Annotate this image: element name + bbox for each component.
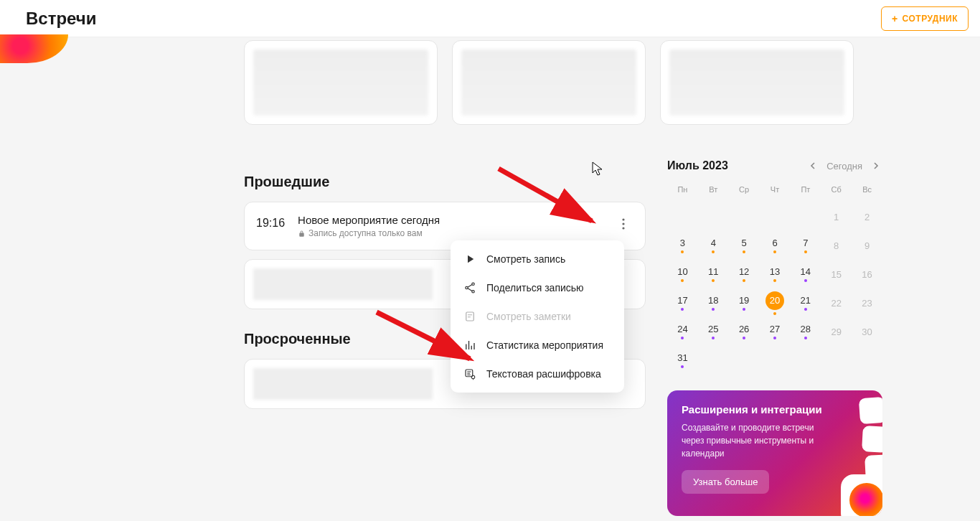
meeting-time: 19:16 [256, 214, 285, 230]
calendar-day[interactable]: 27 [760, 317, 791, 346]
svg-point-3 [472, 283, 474, 285]
calendar-day[interactable]: 31 [667, 346, 698, 375]
calendar-day[interactable]: 18 [698, 288, 729, 317]
calendar-next-button[interactable] [870, 159, 882, 172]
calendar-day[interactable]: 2 [852, 202, 882, 231]
calendar-dow: Чт [760, 181, 791, 202]
calendar-dow: Пт [790, 181, 821, 202]
calendar-day [698, 202, 729, 231]
calendar-day[interactable]: 19 [729, 288, 760, 317]
meeting-card-blurred[interactable] [244, 40, 438, 125]
calendar-day[interactable]: 11 [698, 260, 729, 288]
calendar-day [821, 346, 852, 375]
svg-point-4 [466, 286, 468, 288]
meeting-card-blurred[interactable] [452, 40, 646, 125]
calendar-day[interactable]: 15 [821, 260, 852, 288]
calendar-day[interactable]: 10 [667, 260, 698, 288]
meeting-card-blurred[interactable] [660, 40, 854, 125]
calendar-header: Июль 2023 Сегодня [667, 159, 882, 172]
promo-brand-bubble [841, 474, 882, 516]
calendar-day[interactable]: 5 [729, 231, 760, 260]
calendar-day[interactable]: 26 [729, 317, 760, 346]
calendar-day [698, 346, 729, 375]
calendar-dow: Ср [729, 181, 760, 202]
calendar-day[interactable]: 24 [667, 317, 698, 346]
topbar: Встречи + СОТРУДНИК [0, 0, 980, 37]
promo-title: Расширения и интеграции [682, 403, 868, 416]
calendar-day [790, 202, 821, 231]
calendar-today-button[interactable]: Сегодня [826, 161, 862, 172]
chevron-left-icon [809, 162, 816, 169]
calendar-day[interactable]: 20 [760, 288, 791, 317]
calendar-day [760, 202, 791, 231]
calendar-day [760, 346, 791, 375]
chevron-right-icon [872, 162, 880, 169]
calendar-day[interactable]: 23 [852, 288, 882, 317]
calendar-day[interactable]: 25 [698, 317, 729, 346]
calendar-day [729, 346, 760, 375]
promo-app-icons [864, 398, 882, 481]
calendar-day[interactable]: 3 [667, 231, 698, 260]
promo-card: Расширения и интеграции Создавайте и про… [667, 390, 882, 516]
promo-learn-more-button[interactable]: Узнать больше [682, 470, 769, 494]
annotation-arrow [373, 309, 481, 376]
svg-point-5 [472, 291, 474, 293]
calendar-day[interactable]: 1 [821, 202, 852, 231]
calendar-day [852, 346, 882, 375]
svg-point-2 [622, 227, 624, 229]
add-employee-button[interactable]: + СОТРУДНИК [881, 6, 969, 31]
calendar-dow: Вс [852, 181, 882, 202]
meeting-more-button[interactable] [613, 214, 633, 234]
calendar-day[interactable]: 9 [852, 231, 882, 260]
annotation-arrow [495, 165, 603, 233]
svg-point-0 [622, 218, 624, 220]
calendar-day[interactable]: 7 [790, 231, 821, 260]
calendar-day[interactable]: 28 [790, 317, 821, 346]
calendar-day[interactable]: 12 [729, 260, 760, 288]
calendar-day[interactable]: 17 [667, 288, 698, 317]
add-employee-label: СОТРУДНИК [903, 14, 958, 24]
play-icon [463, 253, 476, 266]
calendar-grid: ПнВтСрЧтПтСбВс12345678910111213141516171… [667, 181, 882, 375]
share-icon [463, 281, 476, 294]
calendar-day [790, 346, 821, 375]
menu-watch-recording[interactable]: Смотреть запись [451, 245, 624, 273]
calendar-day[interactable]: 22 [821, 288, 852, 317]
meeting-cards-row [244, 40, 854, 125]
calendar-day[interactable]: 30 [852, 317, 882, 346]
menu-share-recording[interactable]: Поделиться записью [451, 273, 624, 302]
promo-text: Создавайте и проводите встречи через при… [682, 421, 825, 460]
calendar-dow: Сб [821, 181, 852, 202]
calendar-day[interactable]: 14 [790, 260, 821, 288]
calendar-day[interactable]: 13 [760, 260, 791, 288]
more-vertical-icon [622, 218, 625, 230]
calendar-dow: Пн [667, 181, 698, 202]
calendar-day[interactable]: 4 [698, 231, 729, 260]
calendar-day[interactable]: 21 [790, 288, 821, 317]
calendar-month-label: Июль 2023 [667, 159, 728, 172]
calendar-day [729, 202, 760, 231]
calendar-day[interactable]: 6 [760, 231, 791, 260]
calendar-day [667, 202, 698, 231]
calendar-day[interactable]: 8 [821, 231, 852, 260]
plus-icon: + [892, 13, 898, 24]
calendar-day[interactable]: 16 [852, 260, 882, 288]
page-title: Встречи [26, 9, 97, 29]
lock-icon [298, 230, 306, 238]
svg-point-1 [622, 222, 624, 225]
calendar-dow: Вт [698, 181, 729, 202]
calendar-prev-button[interactable] [806, 159, 819, 172]
calendar-day[interactable]: 29 [821, 317, 852, 346]
